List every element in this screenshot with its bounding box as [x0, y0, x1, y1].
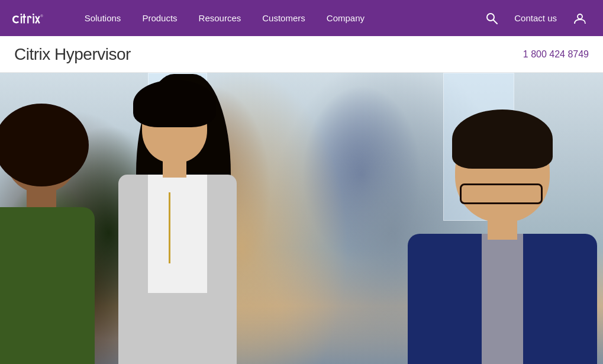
citrix-logo[interactable]: ®	[12, 10, 56, 27]
person-left-hair	[0, 104, 89, 186]
page-title: Citrix Hypervisor	[14, 45, 131, 64]
nav-resources[interactable]: Resources	[188, 0, 252, 36]
person-left-body	[0, 207, 95, 364]
person-right-shirt	[482, 234, 523, 364]
svg-rect-1	[21, 16, 22, 23]
nav-company[interactable]: Company	[316, 0, 375, 36]
svg-rect-2	[24, 14, 25, 23]
svg-rect-4	[27, 16, 28, 23]
svg-point-0	[20, 14, 22, 15]
contact-us-link[interactable]: Contact us	[508, 13, 563, 23]
user-account-icon[interactable]	[569, 7, 591, 30]
nav-products[interactable]: Products	[131, 0, 188, 36]
svg-point-12	[578, 14, 582, 19]
phone-number[interactable]: 1 800 424 8749	[523, 49, 589, 60]
person-right-hair	[452, 109, 553, 169]
main-nav: ® Solutions Products Resources Customers…	[0, 0, 603, 36]
page-header: Citrix Hypervisor 1 800 424 8749	[0, 36, 603, 73]
svg-line-11	[494, 20, 497, 24]
person-middle-hair-top	[133, 80, 216, 127]
hero-image	[0, 73, 603, 364]
svg-point-10	[487, 14, 494, 21]
person-middle-neck	[163, 157, 186, 178]
nav-links: Solutions Products Resources Customers C…	[74, 0, 482, 36]
svg-point-5	[33, 14, 34, 15]
person-middle-necklace	[169, 192, 170, 263]
person-right	[349, 74, 603, 364]
citrix-logo-svg: ®	[12, 10, 56, 27]
svg-rect-6	[33, 16, 34, 23]
person-right-glasses	[460, 183, 543, 204]
svg-rect-3	[22, 16, 26, 17]
person-left-neck	[27, 186, 56, 210]
person-left	[0, 104, 112, 364]
person-middle-shirt	[148, 175, 207, 293]
nav-solutions[interactable]: Solutions	[74, 0, 132, 36]
person-middle	[101, 74, 266, 364]
person-right-neck	[488, 216, 517, 240]
nav-right: Contact us	[481, 7, 591, 30]
svg-text:®: ®	[41, 14, 44, 18]
nav-customers[interactable]: Customers	[251, 0, 316, 36]
search-icon[interactable]	[481, 8, 502, 29]
